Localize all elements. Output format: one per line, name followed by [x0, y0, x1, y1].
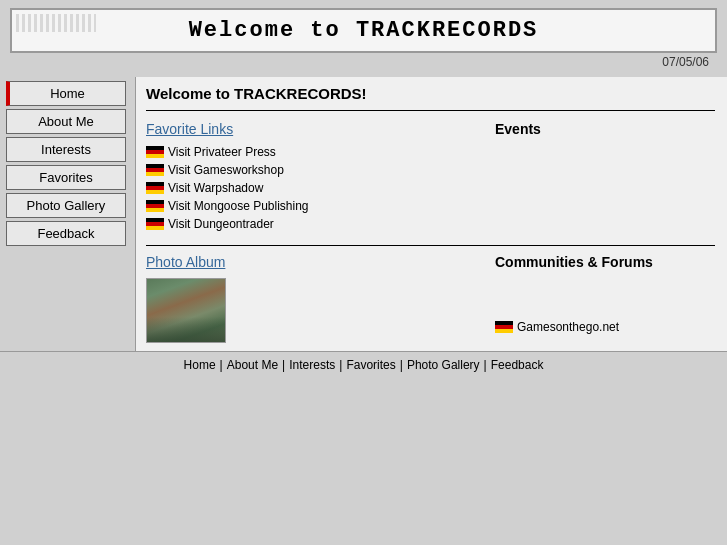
sidebar-item-feedback[interactable]: Feedback	[6, 221, 126, 246]
list-item: Visit Privateer Press	[146, 145, 495, 159]
flag-icon	[146, 218, 164, 230]
main-layout: Home About Me Interests Favorites Photo …	[0, 77, 727, 351]
footer-sep: |	[484, 358, 487, 372]
content-area: Welcome to TRACKRECORDS! Favorite Links …	[135, 77, 727, 351]
list-item: Visit Dungeontrader	[146, 217, 495, 231]
flag-icon	[146, 164, 164, 176]
footer-sep: |	[282, 358, 285, 372]
link-privateer[interactable]: Visit Privateer Press	[168, 145, 276, 159]
sidebar-item-about[interactable]: About Me	[6, 109, 126, 134]
header-title: Welcome to TRACKRECORDS	[28, 18, 699, 43]
list-item: Gamesonthego.net	[495, 320, 715, 334]
mid-divider	[146, 245, 715, 246]
flag-icon	[146, 146, 164, 158]
footer-sep: |	[339, 358, 342, 372]
link-gamesonthego[interactable]: Gamesonthego.net	[517, 320, 619, 334]
date-display: 07/05/06	[10, 53, 717, 73]
flag-icon	[495, 321, 513, 333]
columns-bottom: Photo Album Communities & Forums Gameson…	[146, 254, 715, 343]
sidebar-item-home[interactable]: Home	[6, 81, 126, 106]
columns-top: Favorite Links Visit Privateer Press Vis…	[146, 121, 715, 235]
link-gamesworkshop[interactable]: Visit Gamesworkshop	[168, 163, 284, 177]
favorite-links-section: Favorite Links Visit Privateer Press Vis…	[146, 121, 495, 235]
communities-section: Communities & Forums Gamesonthego.net	[495, 254, 715, 343]
footer-sep: |	[220, 358, 223, 372]
footer-sep: |	[400, 358, 403, 372]
communities-title: Communities & Forums	[495, 254, 715, 270]
content-divider	[146, 110, 715, 111]
favorite-links-title: Favorite Links	[146, 121, 495, 137]
header-box: Welcome to TRACKRECORDS	[10, 8, 717, 53]
welcome-heading: Welcome to TRACKRECORDS!	[146, 85, 715, 102]
sidebar-item-favorites[interactable]: Favorites	[6, 165, 126, 190]
footer-link-about[interactable]: About Me	[227, 358, 278, 372]
footer-link-photo-gallery[interactable]: Photo Gallery	[407, 358, 480, 372]
link-mongoose[interactable]: Visit Mongoose Publishing	[168, 199, 309, 213]
link-dungeontrader[interactable]: Visit Dungeontrader	[168, 217, 274, 231]
flag-icon	[146, 200, 164, 212]
footer: Home|About Me|Interests|Favorites|Photo …	[0, 351, 727, 378]
list-item: Visit Gamesworkshop	[146, 163, 495, 177]
sidebar-item-photo-gallery[interactable]: Photo Gallery	[6, 193, 126, 218]
footer-link-interests[interactable]: Interests	[289, 358, 335, 372]
events-title: Events	[495, 121, 541, 137]
sidebar: Home About Me Interests Favorites Photo …	[0, 77, 135, 351]
header-area: Welcome to TRACKRECORDS 07/05/06	[0, 0, 727, 77]
list-item: Visit Warpshadow	[146, 181, 495, 195]
footer-link-favorites[interactable]: Favorites	[346, 358, 395, 372]
photo-thumbnail	[146, 278, 226, 343]
flag-icon	[146, 182, 164, 194]
sidebar-item-interests[interactable]: Interests	[6, 137, 126, 162]
list-item: Visit Mongoose Publishing	[146, 199, 495, 213]
photo-album-section: Photo Album	[146, 254, 495, 343]
photo-album-title: Photo Album	[146, 254, 495, 270]
footer-link-feedback[interactable]: Feedback	[491, 358, 544, 372]
events-section: Events	[495, 121, 715, 235]
footer-link-home[interactable]: Home	[184, 358, 216, 372]
link-warpshadow[interactable]: Visit Warpshadow	[168, 181, 263, 195]
